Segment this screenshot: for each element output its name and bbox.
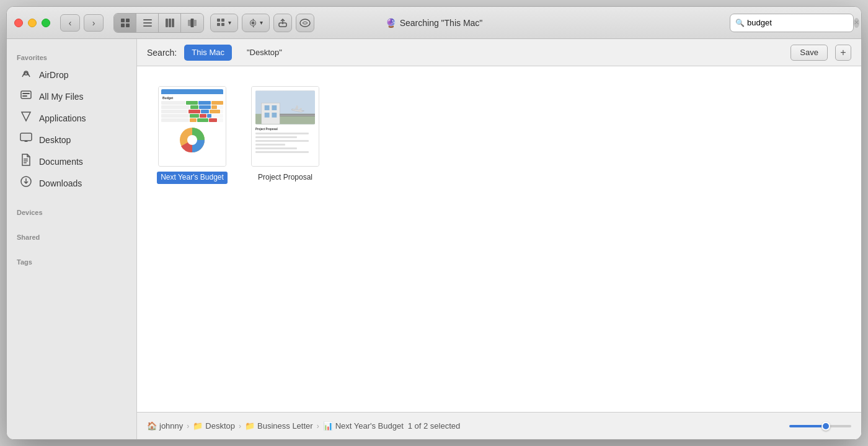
svg-rect-9 <box>172 19 174 27</box>
sidebar-item-downloads[interactable]: Downloads <box>9 172 134 194</box>
svg-rect-36 <box>265 105 270 110</box>
nav-buttons: ‹ › <box>60 14 104 32</box>
coverflow-view-icon <box>187 18 197 28</box>
chevron-down-icon: ▾ <box>228 19 231 26</box>
sidebar-item-applications[interactable]: Applications <box>9 107 134 129</box>
desktop-scope-button[interactable]: "Desktop" <box>239 45 290 61</box>
svg-rect-12 <box>193 20 197 26</box>
back-icon: ‹ <box>69 18 72 28</box>
share-icon <box>278 18 288 28</box>
downloads-icon <box>19 175 33 191</box>
breadcrumb-sep-1: › <box>187 422 189 431</box>
airdrop-icon <box>19 67 33 82</box>
svg-rect-37 <box>272 105 277 110</box>
close-button[interactable] <box>14 19 23 27</box>
search-bar[interactable]: 🔍 budget ✕ <box>730 14 854 32</box>
tags-icon <box>299 18 311 28</box>
svg-rect-35 <box>262 103 280 124</box>
spreadsheet-icon: 📊 <box>323 421 333 431</box>
column-view-button[interactable] <box>159 14 181 32</box>
pie-chart <box>177 125 208 155</box>
file-grid: Budget <box>137 66 861 412</box>
breadcrumb: 🏠 johnny › 📁 Desktop › 📁 Business Letter… <box>147 421 789 431</box>
svg-rect-1 <box>126 19 130 22</box>
svg-rect-27 <box>24 159 28 160</box>
favorites-label: Favorites <box>7 49 136 64</box>
documents-label: Documents <box>39 157 83 167</box>
shared-label: Shared <box>7 229 136 243</box>
column-view-icon <box>165 18 175 28</box>
svg-point-32 <box>187 135 197 145</box>
svg-rect-5 <box>143 22 152 24</box>
breadcrumb-budget: 📊 Next Year's Budget <box>323 421 404 431</box>
svg-rect-14 <box>221 19 224 22</box>
sidebar-item-airdrop[interactable]: AirDrop <box>9 64 134 85</box>
budget-icon: Budget <box>158 86 226 167</box>
icon-view-button[interactable] <box>114 14 136 32</box>
coverflow-view-button[interactable] <box>181 14 203 32</box>
view-buttons <box>113 13 204 33</box>
main-content: Favorites AirDrop <box>7 39 861 439</box>
desktop-label: Desktop <box>39 135 71 145</box>
sidebar-item-documents[interactable]: Documents <box>9 151 134 172</box>
minimize-button[interactable] <box>28 19 37 27</box>
status-bar: 🏠 johnny › 📁 Desktop › 📁 Business Letter… <box>137 412 861 439</box>
maximize-button[interactable] <box>42 19 50 27</box>
devices-label: Devices <box>7 204 136 219</box>
svg-rect-26 <box>22 134 30 139</box>
forward-button[interactable]: › <box>84 14 104 32</box>
list-view-button[interactable] <box>136 14 159 32</box>
title-icon: 🔮 <box>386 18 396 28</box>
save-search-button[interactable]: Save <box>790 45 828 61</box>
breadcrumb-desktop: 📁 Desktop <box>193 421 235 431</box>
search-label: Search: <box>147 48 177 58</box>
applications-label: Applications <box>39 113 86 123</box>
forward-icon: › <box>92 18 95 28</box>
this-mac-scope-button[interactable]: This Mac <box>184 45 232 61</box>
sidebar-item-all-my-files[interactable]: All My Files <box>9 85 134 107</box>
zoom-slider[interactable] <box>789 425 851 427</box>
zoom-slider-container <box>789 425 851 427</box>
add-search-button[interactable]: + <box>835 45 851 61</box>
sidebar-item-desktop[interactable]: Desktop <box>9 129 134 151</box>
svg-rect-10 <box>188 20 191 26</box>
file-item-proposal[interactable]: Project Proposal Project Proposal <box>245 81 326 189</box>
folder-icon-1: 📁 <box>193 421 203 431</box>
back-button[interactable]: ‹ <box>60 14 80 32</box>
group-by-button[interactable]: ▾ <box>210 14 238 32</box>
budget-file-label: Next Year's Budget <box>157 172 228 184</box>
sidebar: Favorites AirDrop <box>7 39 137 439</box>
svg-rect-8 <box>169 19 171 27</box>
svg-rect-38 <box>265 113 270 118</box>
settings-button[interactable]: ▾ <box>242 14 270 32</box>
file-item-budget[interactable]: Budget <box>152 81 232 189</box>
svg-rect-3 <box>126 24 130 27</box>
tags-label: Tags <box>7 253 136 268</box>
breadcrumb-sep-2: › <box>239 422 241 431</box>
svg-rect-16 <box>221 23 224 26</box>
group-icon <box>217 19 226 27</box>
svg-rect-11 <box>191 19 194 27</box>
svg-rect-23 <box>22 93 30 94</box>
breadcrumb-business-letter: 📁 Business Letter <box>245 421 313 431</box>
content-panel: Search: This Mac "Desktop" Save + Budget <box>137 39 861 439</box>
search-input[interactable]: budget <box>747 18 851 27</box>
airdrop-label: AirDrop <box>39 70 68 80</box>
svg-rect-22 <box>21 91 31 98</box>
svg-point-17 <box>252 21 255 24</box>
svg-rect-13 <box>217 19 220 22</box>
proposal-thumbnail-svg <box>255 90 315 125</box>
svg-rect-2 <box>121 24 125 27</box>
proposal-file-label: Project Proposal <box>254 172 316 184</box>
svg-rect-15 <box>217 23 220 26</box>
search-clear-button[interactable]: ✕ <box>854 18 859 28</box>
svg-rect-4 <box>143 19 152 20</box>
search-scope-bar: Search: This Mac "Desktop" Save + <box>137 39 861 66</box>
tags-button[interactable] <box>296 14 314 32</box>
share-button[interactable] <box>273 14 292 32</box>
search-icon: 🔍 <box>735 19 745 27</box>
gear-icon <box>249 19 257 27</box>
window-title: 🔮 Searching "This Mac" <box>386 18 483 28</box>
folder-icon-2: 📁 <box>245 421 255 431</box>
svg-rect-29 <box>24 162 27 164</box>
